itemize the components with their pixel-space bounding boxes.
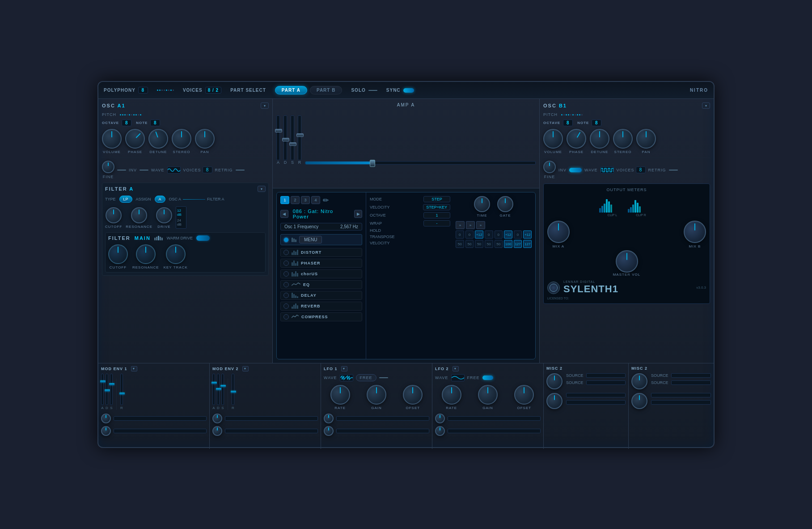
vel-7[interactable]: 127 [523,240,532,248]
fine-knob[interactable] [102,161,114,173]
prev-preset-btn[interactable]: ◀ [280,210,288,218]
tab-1[interactable]: 1 [280,196,289,204]
filter-a-dropdown[interactable]: ▾ [258,186,266,192]
cutoff-main-knob[interactable] [108,244,128,264]
resonance-knob[interactable] [131,207,147,223]
env2-s-thumb[interactable] [220,385,226,387]
vel-5[interactable]: 100 [504,240,512,248]
wave-display[interactable] [167,166,181,174]
tab-2[interactable]: 2 [291,196,300,204]
resonance-main-knob[interactable] [136,244,156,264]
db-12[interactable]: 12 dB [177,209,185,217]
lfo1-src2-knob[interactable] [324,426,334,436]
step-nav-3[interactable]: » [476,221,485,229]
lfo2-dropdown[interactable]: ▾ [453,366,459,371]
voices-value[interactable]: 8 / 2 [205,87,221,94]
key-track-knob[interactable] [166,244,186,264]
trans-5[interactable]: +12 [504,230,512,239]
env2-a-thumb[interactable] [211,382,217,384]
distort-power[interactable] [283,250,289,255]
mix-b-knob[interactable] [684,221,706,243]
env1-a-thumb[interactable] [100,380,106,383]
lfo2-src1-knob[interactable] [435,414,445,423]
fader-track-d[interactable] [283,115,287,160]
fader-thumb-a[interactable] [275,129,282,132]
tab-4[interactable]: 4 [311,196,320,204]
fader-track-a[interactable] [276,115,280,160]
env1-s-track[interactable] [110,374,113,405]
pitch-slider[interactable] [120,114,141,115]
env2-r-track[interactable] [232,374,234,405]
step-nav-2[interactable]: » [466,221,475,229]
env2-src2-knob[interactable] [212,426,222,436]
lfo2-gain-knob[interactable] [478,385,498,405]
osc-b1-volume-knob[interactable] [543,129,563,149]
lfo1-rate-knob[interactable] [330,385,350,405]
env1-r-track[interactable] [120,374,123,405]
lfo1-wave-btn[interactable] [340,374,353,381]
env2-s-track[interactable] [221,374,224,405]
lfo2-free-toggle[interactable] [482,375,493,380]
fader-thumb-r[interactable] [296,133,304,137]
inv-toggle-b1[interactable] [569,168,582,172]
mod-env1-dropdown[interactable]: ▾ [131,366,137,371]
env1-a-track[interactable] [101,374,104,405]
next-preset-btn[interactable]: ▶ [354,210,362,218]
osc-b1-phase-knob[interactable] [563,125,590,152]
vel-3[interactable]: 50 [485,240,493,248]
lfo1-gain-knob[interactable] [367,385,386,405]
lfo1-src1-knob[interactable] [324,414,334,423]
trans-0[interactable]: 0 [456,230,464,239]
osc-b1-fine-knob[interactable] [543,161,556,173]
misc2-left-knob2[interactable] [546,393,562,409]
cutoff-knob[interactable] [106,207,122,223]
misc2-left-knob1[interactable] [546,373,562,389]
compress-power[interactable] [283,314,289,320]
detune-knob[interactable] [146,126,171,151]
osc-b1-note-val[interactable]: 8 [592,119,601,126]
osc-b1-pitch-dots[interactable] [561,114,583,115]
fader-track-s[interactable] [291,115,294,160]
osc-b1-detune-knob[interactable] [590,129,609,149]
env2-r-thumb[interactable] [231,391,236,393]
tab-3[interactable]: 3 [301,196,310,204]
menu-button[interactable]: MENU [299,236,322,243]
fader-track-r[interactable] [298,115,301,160]
vel-6[interactable]: 127 [514,240,522,248]
osc-b1-stereo-knob[interactable] [613,129,633,149]
env1-r-thumb[interactable] [119,392,125,395]
osc-b1-wave-display[interactable] [601,166,614,174]
delay-power[interactable] [283,293,289,298]
part-b-button[interactable]: PART B [310,86,342,94]
osc-b1-voices-val[interactable]: 8 [636,166,646,173]
misc2-right-knob1[interactable] [631,373,647,389]
env2-a-track[interactable] [212,374,215,405]
env1-d-thumb[interactable] [105,389,110,392]
vel-2[interactable]: 50 [475,240,483,248]
amp-h-thumb[interactable] [370,160,375,167]
env2-src1-knob[interactable] [212,414,222,423]
mod-env2-dropdown[interactable]: ▾ [242,366,249,371]
edit-icon[interactable]: ✏ [321,196,330,204]
env1-src1-knob[interactable] [101,414,111,423]
lfo2-offset-knob[interactable] [514,385,534,405]
octave-arp-value[interactable]: 1 [423,212,450,218]
trans-4[interactable]: 0 [495,230,503,239]
lfo1-offset-knob[interactable] [403,385,423,405]
osc-b1-pan-knob[interactable] [636,129,656,149]
eq-power[interactable] [283,282,289,287]
wrap-value[interactable]: - [423,220,450,226]
phase-knob[interactable] [121,125,149,153]
vel-1[interactable]: 50 [465,240,474,248]
env2-d-track[interactable] [217,374,220,405]
assign-value[interactable]: A [155,196,165,203]
gate-knob[interactable] [497,196,513,212]
misc2-right-knob2[interactable] [631,393,647,409]
lfo2-src2-knob[interactable] [435,426,445,436]
fader-thumb-d[interactable] [282,138,289,141]
master-vol-knob[interactable] [616,250,638,273]
lp-button[interactable]: LP [119,196,132,203]
osc-a1-dropdown[interactable]: ▾ [261,102,269,109]
lfo2-rate-knob[interactable] [442,385,461,405]
env1-s-thumb[interactable] [109,383,114,385]
